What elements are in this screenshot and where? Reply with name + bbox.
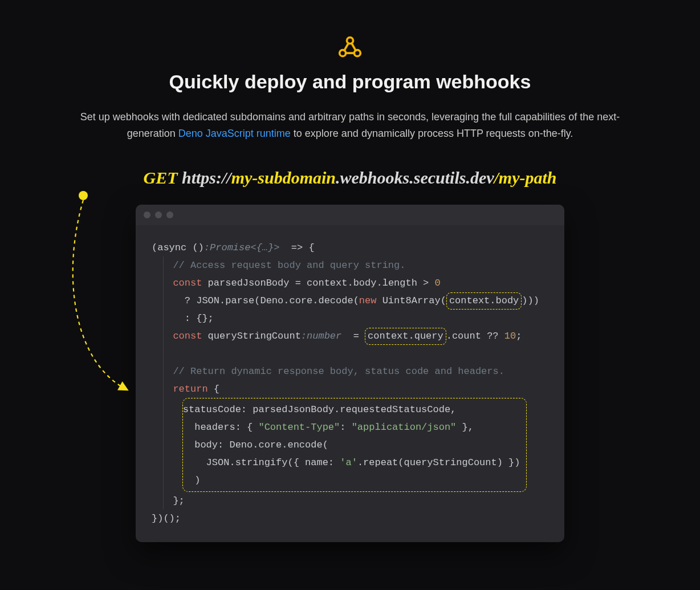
- code-keyword: return: [173, 384, 207, 394]
- code-number: 10: [504, 331, 516, 341]
- code-text: };: [173, 495, 184, 506]
- url-scheme: https://: [182, 168, 231, 187]
- http-method: GET: [143, 168, 177, 187]
- code-text: {: [208, 384, 219, 394]
- code-keyword: const: [173, 278, 202, 288]
- window-titlebar: [136, 205, 564, 225]
- subtitle-text-post: to explore and dynamically process HTTP …: [291, 128, 573, 139]
- code-text: })();: [152, 513, 181, 524]
- code-keyword: new: [359, 295, 377, 306]
- code-text: :: [340, 422, 351, 433]
- code-text: parsedJsonBody = context.body.length >: [202, 278, 434, 288]
- code-text: .repeat(queryStringCount) }): [357, 457, 520, 468]
- code-text: ))): [522, 295, 539, 306]
- code-text: },: [456, 422, 474, 433]
- example-url: GET https://my-subdomain.webhooks.secuti…: [143, 168, 556, 188]
- code-text: ): [194, 475, 200, 486]
- code-text: : {};: [173, 313, 213, 324]
- code-text: Uint8Array(: [376, 295, 446, 306]
- window-dot: [155, 211, 162, 218]
- code-text: body: Deno.core.encode(: [194, 440, 328, 450]
- code-number: 0: [435, 278, 441, 288]
- code-window: (async ():Promise<{…}> => { // Access re…: [136, 205, 564, 542]
- code-text: =: [341, 331, 365, 341]
- highlight-return-block: statusCode: parsedJsonBody.requestedStat…: [182, 398, 527, 492]
- webhook-icon: [337, 35, 363, 60]
- highlight-context-body: context.body: [446, 292, 522, 310]
- code-text: (async (): [152, 242, 204, 253]
- page-subtitle: Set up webhooks with dedicated subdomain…: [42, 109, 658, 142]
- code-comment: // Return dynamic response body, status …: [173, 366, 504, 377]
- code-text: statusCode: parsedJsonBody.requestedStat…: [183, 404, 456, 415]
- code-text: JSON.stringify({ name:: [194, 457, 340, 468]
- url-path: /my-path: [494, 168, 557, 187]
- code-text: => {: [279, 242, 314, 253]
- code-text: ? JSON.parse(Deno.core.decode(: [173, 295, 359, 306]
- page-title: Quickly deploy and program webhooks: [169, 71, 531, 93]
- code-string: "Content-Type": [258, 422, 340, 433]
- window-dot: [144, 211, 150, 218]
- code-text: ;: [516, 331, 522, 341]
- code-text: headers: {: [194, 422, 258, 433]
- url-host: .webhooks.secutils.dev: [336, 168, 494, 187]
- code-text: .count ??: [446, 331, 504, 341]
- code-text: queryStringCount: [202, 331, 300, 341]
- window-dot: [166, 211, 173, 218]
- highlight-context-query: context.query: [365, 328, 446, 345]
- deno-link[interactable]: Deno JavaScript runtime: [178, 128, 291, 139]
- code-block: (async ():Promise<{…}> => { // Access re…: [136, 225, 564, 542]
- code-string: "application/json": [352, 422, 457, 433]
- code-string: 'a': [340, 457, 357, 468]
- code-comment: // Access request body and query string.: [173, 260, 405, 271]
- svg-point-3: [79, 191, 88, 200]
- code-type: :number: [301, 331, 341, 341]
- code-keyword: const: [173, 331, 202, 341]
- code-type: :Promise<{…}>: [204, 242, 280, 253]
- url-subdomain: my-subdomain: [231, 168, 336, 187]
